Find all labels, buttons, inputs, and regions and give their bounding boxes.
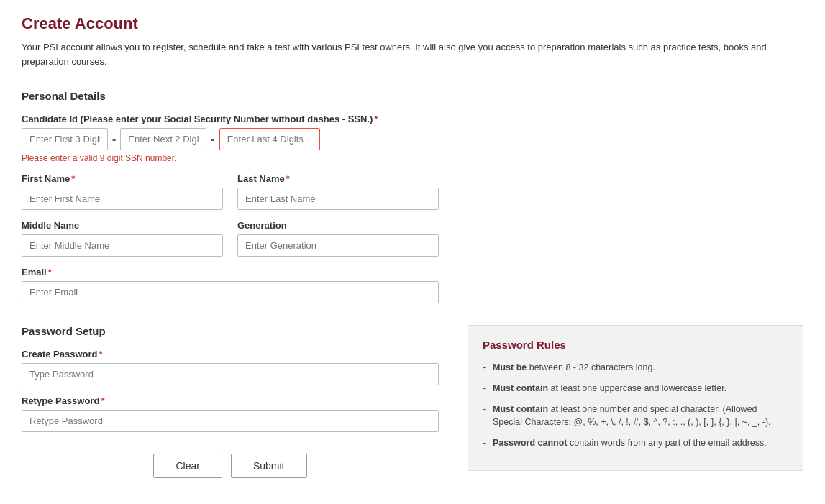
clear-button[interactable]: Clear — [153, 454, 222, 478]
create-password-label: Create Password* — [22, 349, 439, 359]
candidate-id-group: Candidate Id (Please enter your Social S… — [22, 114, 803, 163]
password-rules-section: Password Rules Must be between 8 - 32 ch… — [468, 325, 803, 471]
password-rule-2: Must contain at least one uppercase and … — [483, 382, 788, 395]
email-input[interactable] — [22, 281, 439, 303]
personal-details-title: Personal Details — [22, 90, 803, 102]
ssn-field-2[interactable] — [120, 128, 206, 150]
last-name-input[interactable] — [237, 188, 439, 210]
personal-details-section: Personal Details Candidate Id (Please en… — [22, 90, 803, 303]
generation-label: Generation — [237, 220, 439, 231]
first-name-group: First Name* — [22, 173, 223, 210]
email-label: Email* — [22, 267, 439, 278]
ssn-field-1[interactable] — [22, 128, 108, 150]
retype-password-input[interactable] — [22, 410, 439, 432]
page-description: Your PSI account allows you to register,… — [22, 40, 798, 68]
middle-name-input[interactable] — [22, 234, 223, 257]
email-group: Email* — [22, 267, 439, 303]
ssn-row: - - — [22, 128, 803, 150]
candidate-id-label: Candidate Id (Please enter your Social S… — [22, 114, 803, 124]
password-setup-section: Password Setup Create Password* Retype P… — [22, 325, 439, 478]
ssn-error-text: Please enter a valid 9 digit SSN number. — [22, 153, 803, 163]
password-rules-list: Must be between 8 - 32 characters long. … — [483, 361, 788, 450]
retype-password-label: Retype Password* — [22, 395, 439, 406]
retype-password-group: Retype Password* — [22, 395, 439, 432]
generation-input[interactable] — [237, 234, 439, 257]
create-password-input[interactable] — [22, 363, 439, 385]
first-name-label: First Name* — [22, 173, 223, 184]
last-name-label: Last Name* — [237, 173, 439, 184]
password-rules-box: Password Rules Must be between 8 - 32 ch… — [468, 325, 803, 471]
password-rule-1: Must be between 8 - 32 characters long. — [483, 361, 788, 375]
page-title: Create Account — [22, 14, 803, 33]
button-row: Clear Submit — [22, 454, 439, 478]
middle-name-group: Middle Name — [22, 220, 223, 257]
create-password-group: Create Password* — [22, 349, 439, 385]
name-row: First Name* Last Name* — [22, 173, 439, 220]
middle-gen-row: Middle Name Generation — [22, 220, 439, 267]
password-rules-title: Password Rules — [483, 339, 788, 351]
password-rule-3: Must contain at least one number and spe… — [483, 403, 788, 430]
password-section-wrapper: Password Setup Create Password* Retype P… — [22, 325, 803, 478]
generation-group: Generation — [237, 220, 439, 257]
password-setup-title: Password Setup — [22, 325, 439, 337]
middle-name-label: Middle Name — [22, 220, 223, 231]
last-name-group: Last Name* — [237, 173, 439, 210]
ssn-field-3[interactable] — [219, 128, 320, 150]
password-rule-4: Password cannot contain words from any p… — [483, 436, 788, 450]
submit-button[interactable]: Submit — [231, 454, 307, 478]
ssn-separator-1: - — [112, 133, 116, 146]
ssn-separator-2: - — [211, 133, 214, 146]
first-name-input[interactable] — [22, 188, 223, 210]
